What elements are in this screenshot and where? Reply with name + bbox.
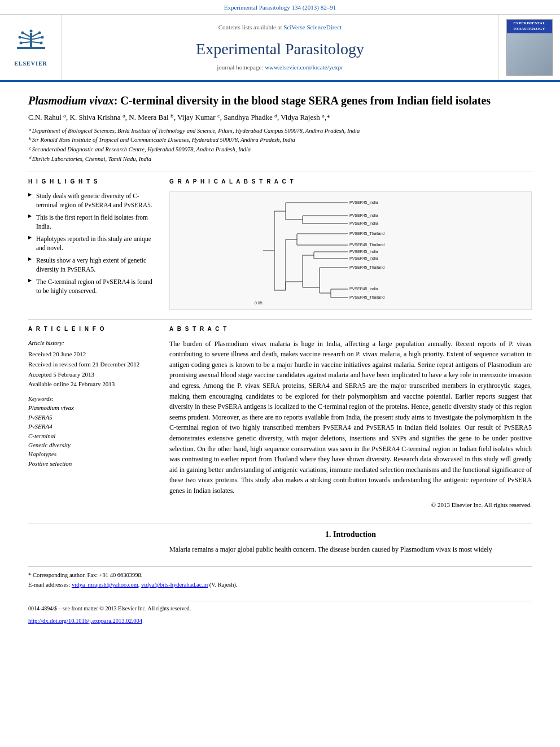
elsevier-tree-icon bbox=[14, 27, 48, 58]
svg-line-5 bbox=[31, 33, 40, 37]
received-date: Received 20 June 2012 bbox=[28, 350, 152, 360]
keywords-list: Plasmodium vivax PvSERA5 PvSERA4 C-termi… bbox=[28, 404, 152, 468]
graphical-abstract-col: G R A P H I C A L A B S T R A C T .tree-… bbox=[169, 178, 532, 310]
svg-text:PVSER45_Thailand: PVSER45_Thailand bbox=[349, 265, 384, 270]
svg-text:PVSER45_India: PVSER45_India bbox=[349, 256, 378, 261]
highlights-heading: H I G H L I G H T S bbox=[28, 178, 152, 186]
svg-rect-0 bbox=[17, 47, 45, 49]
svg-point-9 bbox=[18, 36, 21, 39]
intro-paragraph: Malaria remains a major global public he… bbox=[169, 544, 532, 555]
homepage-url[interactable]: www.elsevier.com/locate/yexpr bbox=[265, 64, 343, 71]
svg-point-13 bbox=[40, 42, 42, 45]
graphical-abstract-image: .tree-text { font-family: Arial, sans-se… bbox=[169, 191, 532, 310]
svg-point-12 bbox=[41, 36, 43, 39]
elsevier-logo: ELSEVIER bbox=[14, 27, 48, 68]
article-title: Plasmodium vivax: C-terminal diversity i… bbox=[28, 93, 532, 108]
bottom-bar: 0014-4894/$ – see front matter © 2013 El… bbox=[28, 601, 532, 613]
journal-title: Experimental Parasitology bbox=[196, 38, 364, 60]
article-history-box: Article history: Received 20 June 2012 R… bbox=[28, 339, 152, 390]
journal-header-right: EXPERIMENTAL PARASITOLOGY bbox=[498, 15, 560, 80]
authors-line: C.N. Rahul ᵃ, K. Shiva Krishna ᵃ, N. Mee… bbox=[28, 112, 532, 123]
svg-text:PVSER45_Thailand: PVSER45_Thailand bbox=[349, 295, 384, 300]
cover-mid-image bbox=[507, 33, 552, 75]
available-date: Available online 24 February 2013 bbox=[28, 379, 152, 390]
svg-line-3 bbox=[20, 37, 31, 40]
keyword-1: Plasmodium vivax bbox=[28, 404, 152, 412]
graphical-abstract-heading: G R A P H I C A L A B S T R A C T bbox=[169, 178, 532, 186]
abstract-copyright: © 2013 Elsevier Inc. All rights reserved… bbox=[169, 500, 532, 510]
elsevier-label: ELSEVIER bbox=[14, 60, 47, 68]
cover-top-label: EXPERIMENTAL PARASITOLOGY bbox=[507, 20, 552, 33]
highlights-col: H I G H L I G H T S Study deals with gen… bbox=[28, 178, 152, 310]
article-title-italic: Plasmodium vivax bbox=[28, 94, 114, 107]
bottom-copyright: 0014-4894/$ – see front matter © 2013 El… bbox=[28, 605, 191, 613]
abstract-heading: A B S T R A C T bbox=[169, 325, 532, 333]
email-suffix: (V. Rajesh). bbox=[209, 582, 238, 588]
svg-point-11 bbox=[38, 32, 41, 34]
article-title-normal: : C-terminal diversity in the blood stag… bbox=[114, 94, 491, 107]
affiliation-a: ᵃ Department of Biological Sciences, Bir… bbox=[28, 126, 532, 136]
revised-date: Received in revised form 21 December 201… bbox=[28, 360, 152, 370]
highlight-item-5: The C-terminal region of PvSERA4 is foun… bbox=[28, 277, 152, 295]
authors-text: C.N. Rahul ᵃ, K. Shiva Krishna ᵃ, N. Mee… bbox=[28, 113, 330, 121]
doi-link[interactable]: http://dx.doi.org/10.1016/j.exppara.2013… bbox=[28, 618, 142, 624]
svg-line-2 bbox=[23, 33, 31, 37]
sciverse-line: Contents lists available at SciVerse Sci… bbox=[218, 23, 342, 32]
highlights-list: Study deals with genetic diversity of C-… bbox=[28, 191, 152, 296]
phylogenetic-tree-svg: .tree-text { font-family: Arial, sans-se… bbox=[246, 194, 455, 307]
sciverse-link[interactable]: SciVerse ScienceDirect bbox=[283, 24, 342, 30]
highlight-item-2: This is the first report in field isolat… bbox=[28, 213, 152, 231]
intro-heading: 1. Introduction bbox=[169, 529, 532, 540]
affiliation-c: ᶜ Secunderabad Diagnostic and Research C… bbox=[28, 145, 532, 154]
intro-text: Malaria remains a major global public he… bbox=[169, 544, 532, 555]
accepted-date: Accepted 5 February 2013 bbox=[28, 370, 152, 380]
journal-header-center: Contents lists available at SciVerse Sci… bbox=[62, 15, 498, 80]
highlight-item-3: Haplotypes reported in this study are un… bbox=[28, 234, 152, 252]
svg-text:PVSER45_India: PVSER45_India bbox=[349, 221, 378, 226]
svg-text:0.05: 0.05 bbox=[255, 301, 262, 305]
svg-point-10 bbox=[19, 42, 22, 45]
journal-citation: Experimental Parasitology 134 (2013) 82–… bbox=[224, 4, 336, 11]
journal-header-left: ELSEVIER bbox=[0, 15, 62, 80]
journal-homepage-line: journal homepage: www.elsevier.com/locat… bbox=[217, 63, 343, 72]
footnote-section: * Corresponding author. Fax: +91 40 6630… bbox=[28, 566, 532, 589]
svg-point-14 bbox=[29, 30, 32, 33]
svg-text:PVSER45_India: PVSER45_India bbox=[349, 200, 378, 205]
highlight-item-4: Results show a very high extent of genet… bbox=[28, 256, 152, 274]
email-link-2[interactable]: vidya@bits-hyderabad.ac.in bbox=[141, 582, 208, 588]
abstract-col: A B S T R A C T The burden of Plasmodium… bbox=[169, 325, 532, 514]
journal-header: ELSEVIER Contents lists available at Sci… bbox=[0, 15, 560, 82]
introduction-section: 1. Introduction Malaria remains a major … bbox=[28, 529, 532, 555]
main-content: Plasmodium vivax: C-terminal diversity i… bbox=[0, 82, 560, 636]
intro-right-col: 1. Introduction Malaria remains a major … bbox=[169, 529, 532, 555]
email-link-1[interactable]: vidya_mrajesh@yahoo.com bbox=[72, 582, 138, 588]
svg-text:PVSER45_Thailand: PVSER45_Thailand bbox=[349, 243, 384, 247]
highlight-item-1: Study deals with genetic diversity of C-… bbox=[28, 191, 152, 209]
svg-text:PVSER45_India: PVSER45_India bbox=[349, 287, 378, 291]
article-info-section: A R T I C L E I N F O Article history: R… bbox=[28, 325, 532, 514]
article-info-left: A R T I C L E I N F O Article history: R… bbox=[28, 325, 152, 514]
intro-left-spacer bbox=[28, 529, 152, 555]
email-label: E-mail addresses: bbox=[28, 582, 70, 588]
affiliations: ᵃ Department of Biological Sciences, Bir… bbox=[28, 126, 532, 164]
affil-divider bbox=[28, 172, 532, 172]
keywords-label: Keywords: bbox=[28, 395, 152, 404]
affiliation-d: ᵈ Ehrlich Laboratories, Chennai, Tamil N… bbox=[28, 155, 532, 164]
footnote-corresponding: * Corresponding author. Fax: +91 40 6630… bbox=[28, 571, 532, 580]
abstract-body: The burden of Plasmodium vivax malaria i… bbox=[169, 339, 532, 510]
page-wrapper: Experimental Parasitology 134 (2013) 82–… bbox=[0, 0, 560, 747]
svg-point-8 bbox=[21, 32, 24, 34]
keyword-6: Haplotypes bbox=[28, 450, 152, 458]
doi-section: http://dx.doi.org/10.1016/j.exppara.2013… bbox=[28, 617, 532, 626]
keyword-3: PvSERA4 bbox=[28, 422, 152, 431]
abstract-text-content: The burden of Plasmodium vivax malaria i… bbox=[169, 339, 532, 496]
keyword-2: PvSERA5 bbox=[28, 413, 152, 422]
journal-top-bar: Experimental Parasitology 134 (2013) 82–… bbox=[0, 0, 560, 15]
intro-divider bbox=[28, 523, 532, 523]
article-info-heading: A R T I C L E I N F O bbox=[28, 325, 152, 333]
svg-text:PVSER45_India: PVSER45_India bbox=[349, 213, 378, 218]
sciverse-prefix: Contents lists available at bbox=[218, 24, 283, 30]
affiliation-b: ᵇ Sir Ronald Ross Institute of Tropical … bbox=[28, 136, 532, 145]
svg-line-7 bbox=[31, 42, 41, 43]
svg-line-6 bbox=[31, 37, 42, 40]
